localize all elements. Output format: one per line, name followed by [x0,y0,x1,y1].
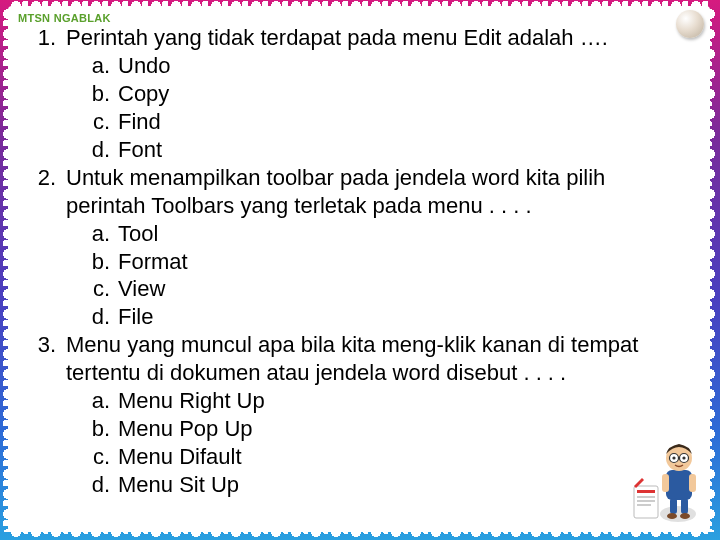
svg-point-5 [660,506,696,522]
svg-point-15 [672,456,675,459]
question-list: 1. Perintah yang tidak terdapat pada men… [34,24,684,499]
question-item: 2. Untuk menampilkan toolbar pada jendel… [34,164,684,220]
option-letter: d. [90,471,118,499]
mascot-icon [632,436,702,526]
option-text: Menu Sit Up [118,471,684,499]
svg-rect-7 [670,498,677,514]
option-item: c.Menu Difault [90,443,684,471]
svg-point-16 [682,456,685,459]
question-item: 3. Menu yang muncul apa bila kita meng-k… [34,331,684,387]
option-item: a.Menu Right Up [90,387,684,415]
option-letter: c. [90,443,118,471]
option-letter: c. [90,275,118,303]
option-item: a.Undo [90,52,684,80]
option-letter: d. [90,136,118,164]
question-text: Untuk menampilkan toolbar pada jendela w… [66,164,684,220]
svg-rect-6 [666,470,692,500]
corner-decoration [676,10,704,38]
question-number: 1. [34,24,66,52]
question-text: Menu yang muncul apa bila kita meng-klik… [66,331,684,387]
svg-rect-18 [689,474,696,492]
option-letter: a. [90,387,118,415]
option-item: c.View [90,275,684,303]
svg-point-9 [667,513,677,519]
svg-rect-1 [637,490,655,493]
svg-point-10 [680,513,690,519]
option-item: b.Copy [90,80,684,108]
option-text: File [118,303,684,331]
slide: MTSN NGABLAK 1. Perintah yang tidak terd… [0,0,720,540]
option-text: View [118,275,684,303]
option-letter: b. [90,248,118,276]
option-text: Copy [118,80,684,108]
option-text: Menu Difault [118,443,684,471]
option-item: a.Tool [90,220,684,248]
option-text: Tool [118,220,684,248]
option-letter: c. [90,108,118,136]
option-text: Menu Pop Up [118,415,684,443]
option-item: d.Font [90,136,684,164]
svg-rect-4 [637,504,651,506]
option-letter: a. [90,220,118,248]
question-number: 2. [34,164,66,220]
question-number: 3. [34,331,66,387]
option-letter: b. [90,415,118,443]
header-label: MTSN NGABLAK [18,12,111,24]
svg-rect-17 [662,474,669,492]
question-item: 1. Perintah yang tidak terdapat pada men… [34,24,684,52]
svg-rect-3 [637,500,655,502]
svg-rect-2 [637,496,655,498]
option-letter: b. [90,80,118,108]
option-letter: a. [90,52,118,80]
option-item: b.Format [90,248,684,276]
option-text: Font [118,136,684,164]
question-text: Perintah yang tidak terdapat pada menu E… [66,24,684,52]
option-letter: d. [90,303,118,331]
option-text: Menu Right Up [118,387,684,415]
option-item: b.Menu Pop Up [90,415,684,443]
option-text: Undo [118,52,684,80]
option-text: Format [118,248,684,276]
option-item: d.Menu Sit Up [90,471,684,499]
paper-card: MTSN NGABLAK 1. Perintah yang tidak terd… [8,6,710,532]
svg-rect-8 [681,498,688,514]
option-item: d.File [90,303,684,331]
option-text: Find [118,108,684,136]
option-item: c.Find [90,108,684,136]
